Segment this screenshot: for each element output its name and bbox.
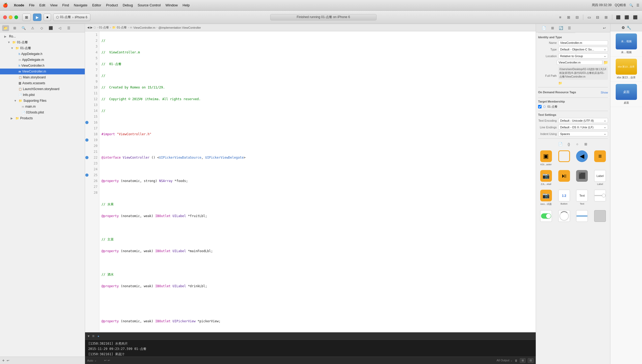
nav-fwd-btn[interactable]: ▶ <box>90 26 92 29</box>
split-view-btn2[interactable]: ⊟ <box>528 358 534 363</box>
tree-item-infoplist[interactable]: 📄 Info.plist <box>0 92 85 98</box>
utilities-show-btn[interactable]: ⬛ <box>631 14 639 20</box>
menu-product[interactable]: Product <box>106 3 118 7</box>
obj-item-gray-rect[interactable] <box>592 209 608 224</box>
stop-button[interactable]: ■ <box>44 14 51 21</box>
encoding-selector[interactable]: Default - Unicode (UTF-8) ⌄ <box>558 118 608 123</box>
obj-item-camera2[interactable]: 📷 ios1...试题 <box>538 189 554 207</box>
console-collapse-btn[interactable]: ▼ <box>87 335 90 338</box>
obj-item-camera[interactable]: 📷 ZJL...etail <box>538 169 554 187</box>
nav-issue-icon[interactable]: ⚠ <box>29 25 36 31</box>
editor-mode-selector[interactable]: Auto ⌄ <box>87 359 97 362</box>
nav-test-icon[interactable]: ◇ <box>38 25 45 31</box>
obj-item-text[interactable]: Text Text <box>574 189 590 207</box>
menu-editor[interactable]: Editor <box>92 3 101 7</box>
tree-item-viewcontrollerm[interactable]: m ViewController.m <box>0 69 85 74</box>
nav-folder-icon[interactable]: 📁 <box>2 25 9 31</box>
tree-item-launchscreen[interactable]: 📋 LaunchScreen.storyboard <box>0 86 85 92</box>
obj-item-play[interactable]: ⏯ <box>556 169 572 187</box>
tree-item-group2[interactable]: ▼ 📁 01-点餐 <box>0 45 85 51</box>
tree-item-assets[interactable]: 🖼 Assets.xcassets <box>0 80 85 86</box>
menu-find[interactable]: Find <box>62 3 69 7</box>
location-selector[interactable]: Relative to Group ⌄ <box>558 53 608 58</box>
tree-item-mainm[interactable]: m main.m <box>0 104 85 109</box>
far-right-folder-3[interactable]: 桌面 桌面 <box>610 82 642 107</box>
tree-item-root[interactable]: ▶ Ro... <box>0 33 85 39</box>
layout-single-btn[interactable]: ▭ <box>585 14 593 20</box>
console-scope-btn[interactable]: ⊞ <box>92 335 94 337</box>
obj-item-arrow[interactable]: ◀ <box>574 149 590 167</box>
insp-file-tab[interactable]: 📄 <box>540 25 548 31</box>
qq-icon[interactable]: QQ精准 <box>615 3 626 7</box>
nav-back-btn[interactable]: ◀ <box>87 26 89 29</box>
menu-help[interactable]: Help <box>183 3 190 7</box>
obj-item-button[interactable]: 1 2 Button <box>556 189 572 207</box>
obj-item-ksi[interactable]: ▣ KSI...aster <box>538 149 554 167</box>
code-content[interactable]: // // ViewController.m // 01-点餐 // // Cr… <box>99 31 536 332</box>
list-icon[interactable]: ☰ <box>636 3 639 7</box>
navigator-toggle-btn[interactable]: ⊞ <box>22 14 31 21</box>
nav-search-icon[interactable]: 🔍 <box>20 25 27 31</box>
trash-icon[interactable]: 🗑 <box>515 359 518 362</box>
obj-lib-grid-btn[interactable]: ⊞ <box>582 141 590 147</box>
insp-quick-help-tab[interactable]: 🔄 <box>557 25 565 31</box>
editor-assistant-btn[interactable]: ⊞ <box>565 14 572 20</box>
menu-source-control[interactable]: Source Control <box>138 3 161 7</box>
split-view-btn[interactable]: ⊞ <box>520 358 526 363</box>
layout-split-btn[interactable]: ⊟ <box>594 14 601 20</box>
menu-xcode[interactable]: Xcode <box>14 3 24 7</box>
name-input[interactable]: ViewController.m <box>558 40 608 45</box>
debug-show-btn[interactable]: ⬛ <box>623 14 630 20</box>
obj-item-blue-slider[interactable] <box>574 209 590 224</box>
minimize-button[interactable] <box>9 15 12 19</box>
breadcrumb-item3[interactable]: ViewController.m <box>133 26 155 29</box>
obj-item-cube[interactable]: ⬛ <box>574 169 590 187</box>
type-selector[interactable]: Default - Objective-C So... ⌄ <box>558 47 608 52</box>
indent-selector[interactable]: Spaces ⌄ <box>558 131 608 136</box>
tree-item-group1[interactable]: ▼ 📁 01-点餐 <box>0 39 85 45</box>
breadcrumb-item2[interactable]: 01-点餐 <box>117 26 127 29</box>
layout-split2-btn[interactable]: ⊞ <box>602 14 610 20</box>
nav-actions-btn[interactable]: ↩ <box>7 359 9 362</box>
run-button[interactable]: ▶ <box>33 14 41 21</box>
nav-breakpoint-icon[interactable]: ◁ <box>56 25 63 31</box>
nav-symbol-icon[interactable]: ⊞ <box>11 25 18 31</box>
obj-item-toggle[interactable] <box>538 209 554 224</box>
reveal-btn[interactable]: 📁 <box>558 81 562 85</box>
nav-log-icon[interactable]: ☰ <box>65 25 72 31</box>
tree-item-foodsplist[interactable]: 📄 01foods.plist <box>0 109 85 115</box>
menu-window[interactable]: Window <box>166 3 178 7</box>
target-checkbox[interactable] <box>538 105 542 108</box>
obj-lib-bracket-btn[interactable]: {} <box>565 141 573 147</box>
editor-version-btn[interactable]: ⊟ <box>573 14 581 20</box>
insp-identity-tab[interactable]: ☰ <box>566 25 573 31</box>
search-menubar-icon[interactable]: 🔍 <box>629 3 633 7</box>
insp-history-tab[interactable]: ⊞ <box>549 25 556 31</box>
obj-item-spinner[interactable] <box>556 209 572 224</box>
menu-view[interactable]: View <box>50 3 57 7</box>
breadcrumb-item1[interactable]: 01-点餐 <box>99 26 109 29</box>
obj-item-label[interactable]: Label Label <box>592 169 608 187</box>
breadcrumb-item4[interactable]: @implementation ViewController <box>158 26 201 29</box>
far-right-folder-1[interactable]: 未…视频 未…视频 <box>610 31 642 57</box>
output-selector[interactable]: All Output ⌄ <box>497 359 513 362</box>
add-file-btn[interactable]: + <box>2 358 5 363</box>
obj-item-outline[interactable] <box>556 149 572 167</box>
show-btn[interactable]: Show <box>601 91 608 94</box>
menu-edit[interactable]: Edit <box>39 3 45 7</box>
insp-refresh-btn[interactable]: ↩ <box>601 25 608 31</box>
folder-browse-btn[interactable]: 📁 <box>603 60 608 65</box>
obj-item-list[interactable]: ≡ <box>592 149 608 167</box>
maximize-button[interactable] <box>14 15 18 19</box>
scheme-selector[interactable]: ⬡ 01-点餐 › iPhone 6 <box>53 14 90 21</box>
menu-file[interactable]: File <box>29 3 35 7</box>
code-area[interactable]: 12345 678910 1112131415 1617181920 21222… <box>85 31 536 332</box>
tree-item-supporting[interactable]: ▼ 📁 Supporting Files <box>0 98 85 104</box>
tree-item-appdelegatem[interactable]: m AppDelegate.m <box>0 57 85 63</box>
tree-item-products[interactable]: ▶ 📁 Products <box>0 115 85 121</box>
editor-standard-btn[interactable]: ≡ <box>556 14 564 20</box>
tools-icon[interactable]: 🔧 <box>627 26 631 30</box>
obj-lib-circle-btn[interactable]: ○ <box>574 141 581 147</box>
close-button[interactable] <box>3 15 7 19</box>
tree-item-appdelegateh[interactable]: h AppDelegate.h <box>0 51 85 57</box>
